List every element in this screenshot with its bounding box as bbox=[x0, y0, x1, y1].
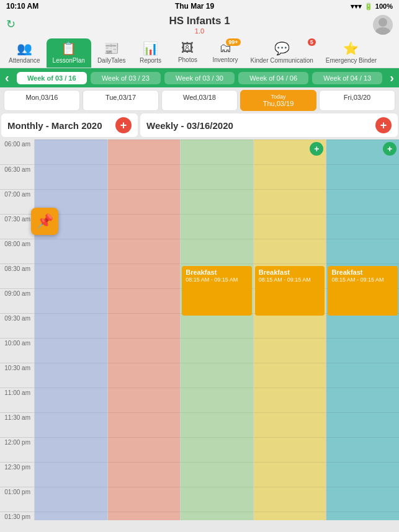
day-slot[interactable] bbox=[254, 512, 326, 520]
nav-tab-inventory[interactable]: 99+ 🗂 Inventory bbox=[206, 38, 244, 68]
breakfast-fri-event[interactable]: Breakfast 08:15 AM - 09:15 AM bbox=[328, 266, 398, 316]
day-slot[interactable] bbox=[181, 189, 253, 214]
day-slot[interactable] bbox=[326, 437, 399, 462]
day-slot[interactable] bbox=[108, 214, 181, 239]
day-slot[interactable] bbox=[108, 264, 181, 288]
nav-tab-dailytales[interactable]: 📰 DailyTales bbox=[91, 38, 132, 68]
day-slot[interactable] bbox=[326, 164, 399, 189]
day-slot[interactable] bbox=[35, 288, 107, 313]
day-slot[interactable] bbox=[35, 363, 107, 388]
monthly-add-button[interactable]: + bbox=[115, 117, 132, 133]
day-tab-thu[interactable]: Today Thu,03/19 bbox=[240, 90, 316, 111]
day-slot[interactable] bbox=[108, 288, 181, 313]
day-slot[interactable] bbox=[254, 487, 326, 512]
day-slot[interactable] bbox=[254, 239, 326, 264]
day-slot[interactable] bbox=[254, 164, 326, 189]
day-slot[interactable] bbox=[108, 164, 181, 189]
day-slot[interactable] bbox=[254, 189, 326, 214]
day-slot[interactable] bbox=[35, 437, 107, 462]
week-item-2[interactable]: Week of 03 / 30 bbox=[164, 72, 235, 84]
day-slot[interactable] bbox=[108, 462, 181, 487]
day-slot[interactable] bbox=[326, 388, 399, 412]
nav-tab-kinder[interactable]: 5 💬 Kinder Communication bbox=[244, 38, 320, 68]
day-tab-tue[interactable]: Tue,03/17 bbox=[83, 90, 159, 111]
day-slot[interactable] bbox=[181, 363, 253, 388]
day-slot[interactable] bbox=[326, 189, 399, 214]
week-item-4[interactable]: Week of 04 / 13 bbox=[312, 72, 382, 84]
day-slot[interactable] bbox=[108, 338, 181, 363]
day-slot[interactable] bbox=[181, 462, 253, 487]
week-item-1[interactable]: Week of 03 / 23 bbox=[91, 72, 161, 84]
day-slot[interactable] bbox=[181, 164, 253, 189]
floating-lesson-icon[interactable]: 📌 bbox=[31, 208, 58, 235]
day-slot[interactable] bbox=[326, 313, 399, 338]
day-slot[interactable] bbox=[108, 487, 181, 512]
day-slot[interactable] bbox=[35, 313, 107, 338]
day-slot[interactable] bbox=[35, 239, 107, 264]
day-slot[interactable] bbox=[181, 140, 253, 164]
avatar[interactable] bbox=[373, 15, 393, 35]
day-slot[interactable] bbox=[326, 214, 399, 239]
nav-tab-reports[interactable]: 📊 Reports bbox=[132, 38, 169, 68]
day-slot[interactable] bbox=[35, 388, 107, 412]
nav-tab-emergency[interactable]: ⭐ Emergency Binder bbox=[320, 38, 383, 68]
day-slot[interactable] bbox=[35, 140, 107, 164]
day-slot[interactable] bbox=[108, 437, 181, 462]
day-slot[interactable] bbox=[254, 462, 326, 487]
breakfast-thu-event[interactable]: Breakfast 08:15 AM - 09:15 AM bbox=[255, 266, 325, 316]
day-slot[interactable] bbox=[254, 412, 326, 437]
refresh-icon[interactable]: ↻ bbox=[6, 17, 16, 31]
day-slot[interactable] bbox=[35, 338, 107, 363]
day-slot[interactable] bbox=[326, 462, 399, 487]
day-tab-fri[interactable]: Fri,03/20 bbox=[319, 90, 395, 111]
weekly-add-button[interactable]: + bbox=[375, 117, 392, 133]
day-slot[interactable] bbox=[326, 338, 399, 363]
nav-tab-photos[interactable]: 🖼 Photos bbox=[169, 38, 206, 68]
fri-col-add-button[interactable]: + bbox=[383, 142, 397, 156]
day-slot[interactable] bbox=[108, 388, 181, 412]
day-slot[interactable] bbox=[326, 412, 399, 437]
day-slot[interactable] bbox=[254, 363, 326, 388]
day-slot[interactable] bbox=[108, 140, 181, 164]
day-slot[interactable] bbox=[108, 189, 181, 214]
day-slot[interactable] bbox=[181, 437, 253, 462]
day-slot[interactable] bbox=[35, 164, 107, 189]
day-slot[interactable] bbox=[181, 239, 253, 264]
day-slot[interactable] bbox=[108, 412, 181, 437]
week-item-0[interactable]: Week of 03 / 16 bbox=[17, 72, 87, 84]
day-slot[interactable] bbox=[254, 214, 326, 239]
day-slot[interactable] bbox=[254, 437, 326, 462]
day-slot[interactable] bbox=[326, 487, 399, 512]
day-slot[interactable] bbox=[108, 512, 181, 520]
prev-week-button[interactable]: ‹ bbox=[0, 71, 14, 85]
day-slot[interactable] bbox=[181, 412, 253, 437]
breakfast-wed-event[interactable]: Breakfast 08:15 AM - 09:15 AM bbox=[182, 266, 252, 316]
day-slot[interactable] bbox=[181, 338, 253, 363]
nav-tab-lessonplan[interactable]: 📋 LessonPlan bbox=[47, 38, 91, 68]
day-slot[interactable] bbox=[35, 412, 107, 437]
day-slot[interactable] bbox=[108, 363, 181, 388]
day-slot[interactable] bbox=[181, 487, 253, 512]
day-slot[interactable] bbox=[35, 264, 107, 288]
day-slot[interactable] bbox=[108, 239, 181, 264]
day-slot[interactable] bbox=[35, 512, 107, 520]
day-slot[interactable] bbox=[181, 388, 253, 412]
day-slot[interactable] bbox=[254, 313, 326, 338]
day-slot[interactable] bbox=[181, 214, 253, 239]
day-slot[interactable] bbox=[181, 313, 253, 338]
day-slot[interactable] bbox=[254, 338, 326, 363]
day-tab-wed[interactable]: Wed,03/18 bbox=[161, 90, 238, 111]
calendar-scroll[interactable]: 06:00 am06:30 am07:00 am07:30 am08:00 am… bbox=[0, 140, 399, 520]
day-slot[interactable] bbox=[35, 462, 107, 487]
next-week-button[interactable]: › bbox=[385, 71, 399, 85]
day-slot[interactable] bbox=[35, 487, 107, 512]
day-tab-mon[interactable]: Mon,03/16 bbox=[4, 90, 80, 111]
day-slot[interactable] bbox=[326, 363, 399, 388]
day-slot[interactable] bbox=[326, 239, 399, 264]
week-item-3[interactable]: Week of 04 / 06 bbox=[238, 72, 308, 84]
day-slot[interactable] bbox=[254, 388, 326, 412]
day-slot[interactable] bbox=[326, 512, 399, 520]
nav-tab-attendance[interactable]: 👥 Attendance bbox=[2, 38, 47, 68]
day-slot[interactable] bbox=[108, 313, 181, 338]
day-slot[interactable] bbox=[181, 512, 253, 520]
